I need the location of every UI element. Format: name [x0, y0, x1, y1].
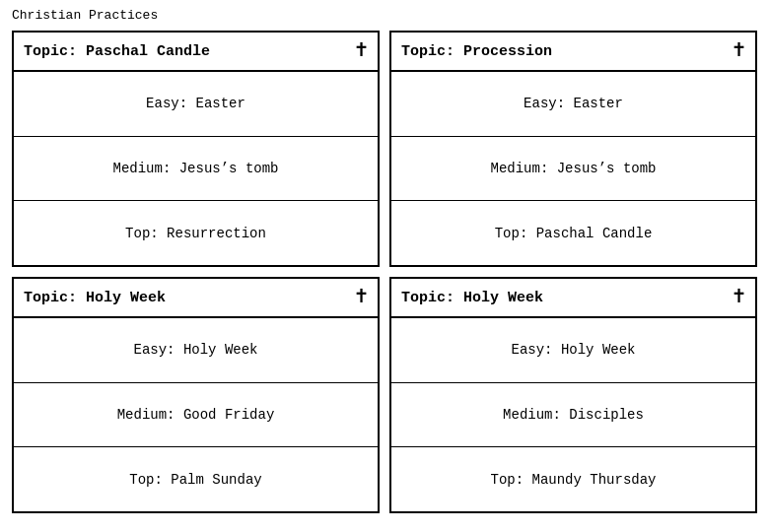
- card-row-3-0: Easy: Holy Week: [391, 318, 755, 383]
- cross-icon-3: ✝: [733, 287, 745, 308]
- card-topic-1: Topic: Procession: [401, 43, 552, 60]
- card-row-3-2: Top: Maundy Thursday: [391, 447, 755, 511]
- card-row-0-1: Medium: Jesus’s tomb: [14, 137, 378, 202]
- card-row-2-0: Easy: Holy Week: [14, 318, 378, 383]
- card-row-0-2: Top: Resurrection: [14, 201, 378, 265]
- card-row-2-2: Top: Palm Sunday: [14, 447, 378, 511]
- cross-icon-1: ✝: [733, 40, 745, 62]
- card-paschal-candle: Topic: Paschal Candle✝Easy: EasterMedium…: [12, 31, 380, 267]
- card-holy-week-1: Topic: Holy Week✝Easy: Holy WeekMedium: …: [12, 277, 380, 513]
- card-holy-week-2: Topic: Holy Week✝Easy: Holy WeekMedium: …: [389, 277, 757, 513]
- card-topic-2: Topic: Holy Week: [24, 290, 166, 306]
- card-procession: Topic: Procession✝Easy: EasterMedium: Je…: [389, 31, 757, 267]
- page-title: Christian Practices: [12, 8, 757, 23]
- cross-icon-0: ✝: [355, 40, 368, 62]
- card-row-1-2: Top: Paschal Candle: [391, 201, 755, 265]
- card-row-0-0: Easy: Easter: [14, 72, 378, 137]
- card-row-3-1: Medium: Disciples: [391, 383, 755, 448]
- card-header-3: Topic: Holy Week✝: [391, 279, 755, 318]
- card-topic-3: Topic: Holy Week: [401, 290, 543, 306]
- card-row-1-0: Easy: Easter: [391, 72, 755, 137]
- card-row-2-1: Medium: Good Friday: [14, 383, 378, 448]
- card-header-1: Topic: Procession✝: [391, 33, 755, 72]
- cards-grid: Topic: Paschal Candle✝Easy: EasterMedium…: [12, 31, 757, 513]
- cross-icon-2: ✝: [355, 287, 368, 308]
- card-row-1-1: Medium: Jesus’s tomb: [391, 137, 755, 202]
- card-topic-0: Topic: Paschal Candle: [24, 43, 210, 60]
- card-header-2: Topic: Holy Week✝: [14, 279, 378, 318]
- card-header-0: Topic: Paschal Candle✝: [14, 33, 378, 72]
